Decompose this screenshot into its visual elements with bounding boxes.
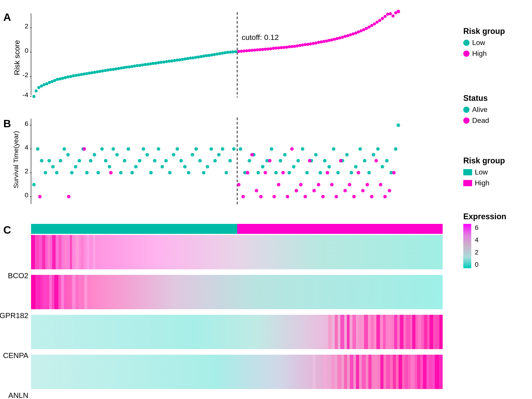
svg-point-35 (96, 70, 99, 73)
svg-point-26 (72, 74, 75, 77)
svg-rect-311 (84, 275, 87, 309)
expression-legend-section: Expression 6 4 2 0 (463, 212, 528, 268)
svg-point-232 (323, 159, 327, 163)
svg-rect-330 (436, 315, 439, 349)
svg-point-204 (202, 171, 205, 174)
svg-point-282 (361, 189, 365, 192)
svg-point-32 (88, 72, 91, 75)
svg-rect-292 (42, 235, 45, 269)
alive-dot (463, 107, 469, 113)
svg-point-196 (172, 153, 175, 157)
dead-dot (463, 117, 469, 124)
svg-point-159 (32, 183, 36, 186)
svg-point-102 (274, 47, 278, 50)
svg-point-45 (122, 66, 126, 69)
svg-rect-323 (394, 315, 397, 349)
svg-rect-294 (52, 235, 56, 269)
svg-point-253 (109, 171, 113, 174)
svg-point-31 (85, 72, 88, 75)
legend-item-high-a: High (463, 50, 528, 58)
expression-gradient (463, 224, 471, 268)
svg-point-170 (74, 165, 77, 168)
svg-point-254 (237, 183, 241, 186)
svg-point-174 (89, 159, 92, 163)
svg-point-15 (43, 83, 46, 86)
svg-rect-329 (430, 315, 433, 349)
svg-rect-309 (72, 275, 76, 309)
svg-point-138 (370, 24, 373, 27)
svg-point-91 (245, 49, 248, 52)
svg-point-118 (317, 41, 320, 44)
svg-point-188 (142, 147, 145, 151)
svg-point-187 (138, 159, 141, 163)
svg-point-61 (165, 60, 168, 63)
high-rect-c (463, 180, 472, 186)
svg-point-63 (170, 59, 173, 63)
svg-point-20 (56, 78, 59, 81)
svg-point-240 (358, 147, 362, 151)
svg-point-217 (256, 171, 260, 174)
svg-point-245 (381, 165, 384, 168)
svg-point-161 (40, 159, 44, 163)
svg-point-127 (341, 36, 344, 39)
svg-rect-302 (31, 275, 35, 309)
panel-a-label: A (3, 11, 11, 23)
svg-rect-348 (417, 355, 420, 389)
legend-area: Risk group Low High Status Alive Dead (457, 9, 528, 390)
svg-point-11 (32, 95, 35, 98)
svg-rect-344 (393, 355, 396, 389)
svg-point-133 (357, 30, 360, 33)
svg-point-231 (318, 171, 322, 174)
svg-point-65 (176, 58, 179, 62)
svg-point-105 (282, 46, 285, 49)
svg-rect-318 (364, 315, 368, 349)
svg-point-21 (58, 77, 62, 81)
svg-point-93 (250, 49, 253, 52)
dead-label: Dead (472, 116, 489, 125)
svg-point-95 (256, 48, 259, 51)
svg-point-199 (183, 165, 187, 168)
svg-rect-350 (429, 355, 432, 389)
svg-point-28 (77, 73, 80, 76)
expression-scale-labels: 6 4 2 0 (475, 224, 479, 268)
svg-point-143 (383, 15, 386, 18)
svg-point-101 (272, 47, 275, 50)
svg-point-139 (373, 22, 376, 25)
svg-point-177 (100, 147, 104, 151)
svg-point-46 (125, 66, 128, 69)
svg-point-281 (357, 171, 360, 174)
svg-rect-295 (59, 235, 61, 269)
svg-point-125 (336, 37, 339, 40)
svg-point-74 (200, 55, 203, 58)
svg-point-259 (259, 195, 263, 198)
svg-rect-332 (313, 355, 316, 389)
svg-rect-339 (362, 355, 366, 389)
svg-point-286 (379, 183, 382, 186)
svg-point-277 (339, 159, 342, 163)
svg-point-256 (246, 171, 249, 174)
svg-text:2: 2 (25, 167, 28, 175)
svg-rect-334 (331, 355, 335, 389)
svg-point-173 (85, 171, 89, 174)
risk-group-legend-a: Risk group Low High (463, 27, 528, 60)
svg-point-243 (372, 153, 375, 157)
svg-point-39 (106, 69, 109, 72)
svg-point-190 (149, 171, 153, 174)
svg-rect-324 (400, 315, 403, 349)
svg-point-121 (325, 39, 328, 43)
gene-anln: ANLN (8, 391, 28, 399)
svg-point-87 (234, 50, 237, 53)
svg-point-179 (108, 165, 111, 168)
svg-point-267 (295, 189, 298, 192)
panel-c: C BCO2 GPR182 CENPA ANLN (13, 222, 457, 399)
low-label-c: Low (475, 168, 488, 176)
svg-point-175 (93, 153, 96, 157)
svg-point-198 (179, 159, 183, 163)
svg-point-208 (217, 153, 221, 157)
svg-rect-305 (49, 275, 52, 309)
alive-label: Alive (472, 106, 488, 114)
svg-point-265 (286, 195, 289, 198)
svg-point-77 (208, 54, 211, 57)
svg-point-171 (78, 159, 81, 163)
svg-point-184 (127, 147, 130, 151)
